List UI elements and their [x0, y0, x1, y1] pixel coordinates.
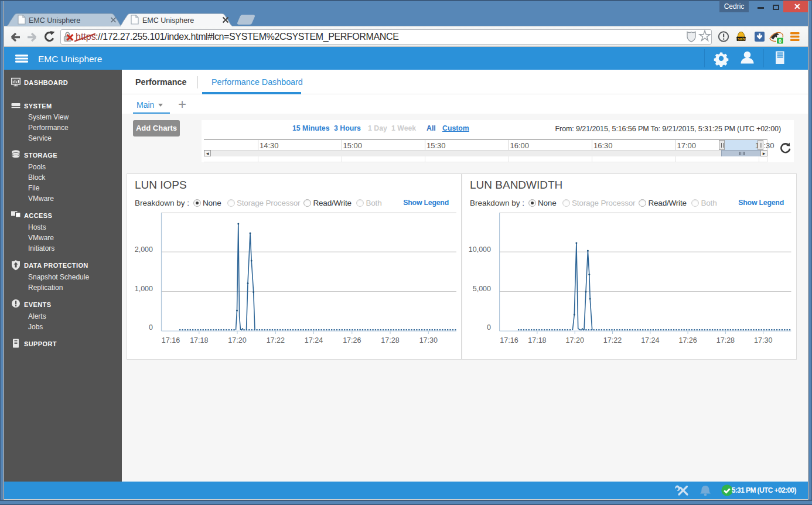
svg-text:1,000: 1,000 — [135, 285, 153, 293]
svg-text:17:30: 17:30 — [419, 336, 438, 344]
svg-text:17:26: 17:26 — [343, 336, 361, 344]
svg-text:0: 0 — [149, 323, 153, 332]
svg-text:17:16: 17:16 — [500, 336, 518, 344]
svg-text:5,000: 5,000 — [473, 285, 491, 293]
svg-text:17:20: 17:20 — [228, 336, 246, 344]
svg-text:17:20: 17:20 — [566, 336, 584, 344]
svg-text:17:16: 17:16 — [162, 336, 180, 344]
svg-text:17:18: 17:18 — [528, 336, 546, 344]
svg-text:17:24: 17:24 — [305, 336, 323, 344]
svg-text:17:28: 17:28 — [717, 336, 735, 344]
svg-text:17:24: 17:24 — [641, 336, 659, 344]
svg-text:17:30: 17:30 — [754, 336, 772, 344]
svg-text:sab: sab — [738, 36, 745, 42]
svg-text:17:22: 17:22 — [267, 336, 285, 344]
svg-text:0: 0 — [487, 323, 491, 332]
svg-text:17:18: 17:18 — [190, 336, 208, 344]
svg-text:EMC Unisphere: EMC Unisphere — [29, 16, 80, 25]
svg-text:EMC Unisphere: EMC Unisphere — [142, 16, 194, 25]
svg-text:0: 0 — [779, 38, 782, 44]
svg-text:17:22: 17:22 — [603, 336, 622, 344]
svg-text:10,000: 10,000 — [469, 245, 491, 254]
svg-text:2,000: 2,000 — [135, 245, 153, 254]
svg-text:17:26: 17:26 — [678, 336, 697, 344]
svg-text:17:28: 17:28 — [381, 336, 399, 344]
